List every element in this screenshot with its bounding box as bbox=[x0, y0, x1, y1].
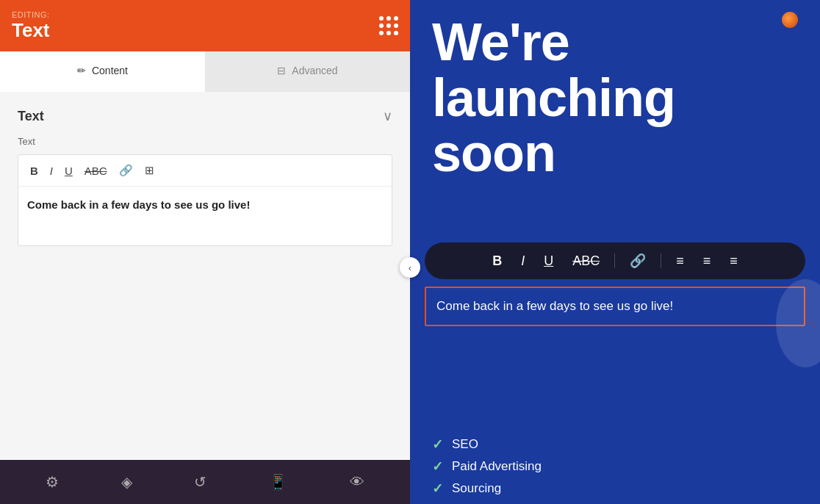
editing-label: EDITING: bbox=[12, 10, 50, 19]
heading-line2: launching bbox=[432, 71, 798, 126]
checklist: ✓ SEO ✓ Paid Advertising ✓ Sourcing bbox=[432, 436, 542, 497]
mobile-icon[interactable]: 📱 bbox=[269, 473, 287, 491]
toolbar-divider bbox=[614, 253, 615, 268]
float-align-left-button[interactable]: ≡ bbox=[672, 251, 688, 272]
hero-heading: We're launching soon bbox=[410, 0, 820, 181]
editor-box: B I U ABC 🔗 ⊞ Come back in a few days to… bbox=[18, 154, 392, 246]
collapse-icon[interactable]: ‹ bbox=[400, 257, 420, 278]
float-underline-button[interactable]: U bbox=[539, 251, 558, 272]
history-icon[interactable]: ↺ bbox=[194, 473, 206, 491]
float-align-center-button[interactable]: ≡ bbox=[699, 251, 716, 272]
checklist-item-paid-advertising: ✓ Paid Advertising bbox=[432, 458, 542, 475]
float-bold-button[interactable]: B bbox=[488, 251, 506, 272]
float-align-right-button[interactable]: ≡ bbox=[725, 251, 742, 272]
checklist-label-sourcing: Sourcing bbox=[452, 481, 501, 496]
editor-toolbar: B I U ABC 🔗 ⊞ bbox=[18, 155, 392, 187]
tab-advanced[interactable]: ⊟ Advanced bbox=[205, 51, 410, 92]
checklist-item-sourcing: ✓ Sourcing bbox=[432, 480, 542, 497]
sliders-icon: ⊟ bbox=[277, 65, 286, 76]
italic-button[interactable]: I bbox=[46, 162, 57, 180]
editor-header: EDITING: Text bbox=[0, 0, 410, 51]
floating-toolbar: B I U ABC 🔗 ≡ ≡ ≡ bbox=[425, 242, 805, 279]
checklist-label-seo: SEO bbox=[452, 437, 478, 452]
layers-icon[interactable]: ◈ bbox=[121, 473, 132, 491]
table-button[interactable]: ⊞ bbox=[140, 161, 159, 180]
tab-advanced-label: Advanced bbox=[292, 65, 337, 76]
dots-menu-icon[interactable] bbox=[379, 16, 398, 35]
editable-text-box[interactable]: Come back in a few days to see us go liv… bbox=[425, 287, 805, 326]
chevron-down-icon[interactable]: ∨ bbox=[383, 108, 392, 124]
section-title: Text bbox=[18, 109, 44, 124]
field-label: Text bbox=[18, 136, 392, 147]
checkmark-icon-seo: ✓ bbox=[432, 436, 443, 453]
header-left: EDITING: Text bbox=[12, 10, 50, 42]
right-panel: We're launching soon B I U ABC 🔗 ≡ ≡ ≡ C… bbox=[410, 0, 820, 504]
float-strikethrough-button[interactable]: ABC bbox=[568, 251, 604, 272]
checklist-item-seo: ✓ SEO bbox=[432, 436, 542, 453]
left-panel: EDITING: Text ✏ Content ⊟ Advanced Text … bbox=[0, 0, 410, 504]
heading-line3: soon bbox=[432, 126, 798, 181]
bottom-toolbar: ⚙ ◈ ↺ 📱 👁 bbox=[0, 460, 410, 504]
section-header: Text ∨ bbox=[0, 92, 410, 136]
editable-text-content: Come back in a few days to see us go liv… bbox=[436, 299, 673, 313]
editor-content[interactable]: Come back in a few days to see us go liv… bbox=[18, 187, 392, 245]
bold-button[interactable]: B bbox=[26, 162, 43, 180]
tab-bar: ✏ Content ⊟ Advanced bbox=[0, 51, 410, 92]
tab-content[interactable]: ✏ Content bbox=[0, 51, 205, 92]
underline-button[interactable]: U bbox=[60, 162, 77, 180]
tab-content-label: Content bbox=[92, 65, 128, 76]
checklist-label-paid: Paid Advertising bbox=[452, 459, 542, 474]
link-button[interactable]: 🔗 bbox=[115, 161, 137, 180]
toolbar-divider2 bbox=[661, 253, 661, 268]
pencil-icon: ✏ bbox=[77, 65, 86, 76]
header-title: Text bbox=[12, 19, 50, 42]
float-italic-button[interactable]: I bbox=[517, 251, 529, 272]
collapse-panel-btn[interactable]: ‹ bbox=[400, 257, 420, 278]
preview-icon[interactable]: 👁 bbox=[350, 474, 364, 491]
panel-body: Text ∨ Text B I U ABC 🔗 ⊞ Come back in a… bbox=[0, 92, 410, 460]
checkmark-icon-sourcing: ✓ bbox=[432, 480, 443, 497]
settings-icon[interactable]: ⚙ bbox=[46, 473, 59, 491]
text-field-area: Text B I U ABC 🔗 ⊞ Come back in a few da… bbox=[0, 136, 410, 460]
float-link-button[interactable]: 🔗 bbox=[625, 250, 650, 272]
strikethrough-button[interactable]: ABC bbox=[80, 162, 112, 180]
checkmark-icon-paid: ✓ bbox=[432, 458, 443, 475]
heading-line1: We're bbox=[432, 15, 798, 71]
